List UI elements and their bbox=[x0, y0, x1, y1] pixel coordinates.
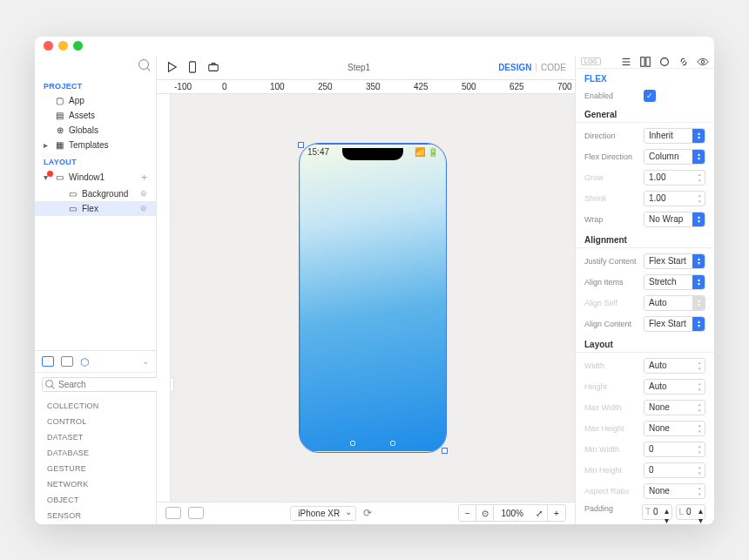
app-icon: ▢ bbox=[55, 96, 64, 105]
chevron-down-icon[interactable]: ⌄ bbox=[142, 356, 149, 367]
inspector-panel: LOG FLEX Enabled ✓ General DirectionInhe… bbox=[575, 56, 714, 524]
templates-icon: ▦ bbox=[55, 140, 64, 150]
zoom-reset-button[interactable]: ⤢ bbox=[530, 505, 548, 521]
zoom-out-button[interactable]: − bbox=[459, 505, 476, 521]
window-icon: ▭ bbox=[55, 172, 64, 182]
grow-input[interactable]: 1.00▴▾ bbox=[644, 170, 705, 186]
aspect-ratio-input[interactable]: None▴▾ bbox=[644, 483, 705, 499]
enabled-checkbox[interactable]: ✓ bbox=[644, 90, 656, 102]
zoom-controls: − ⊙ 100% ⤢ + bbox=[458, 504, 566, 522]
ruler-vertical bbox=[157, 94, 171, 502]
footer-view-2-icon[interactable] bbox=[188, 507, 204, 519]
titlebar bbox=[35, 37, 714, 56]
library-category-gesture[interactable]: GESTURE bbox=[35, 461, 156, 476]
tree-item-templates[interactable]: ▸▦Templates bbox=[35, 138, 156, 152]
direction-select[interactable]: Inherit▴▾ bbox=[644, 128, 705, 144]
max-height-input[interactable]: None▴▾ bbox=[644, 421, 705, 436]
document-title: Step1 bbox=[219, 63, 498, 72]
justify-content-select[interactable]: Flex Start▴▾ bbox=[644, 253, 705, 269]
inspector-title: FLEX bbox=[576, 69, 714, 87]
tab-eye-icon[interactable] bbox=[697, 56, 709, 68]
library-category-dataset[interactable]: DATASET bbox=[35, 429, 156, 445]
flex-direction-select[interactable]: Column▴▾ bbox=[644, 149, 705, 165]
tree-item-flex[interactable]: ▭Flex⊚ bbox=[35, 201, 156, 216]
align-items-select[interactable]: Stretch▴▾ bbox=[644, 274, 705, 290]
home-indicator bbox=[350, 441, 395, 446]
library-category-control[interactable]: CONTROL bbox=[35, 414, 156, 429]
section-layout: LAYOUT bbox=[35, 152, 156, 169]
min-width-input[interactable]: 0▴▾ bbox=[644, 442, 705, 457]
library-category-network[interactable]: NETWORK bbox=[35, 476, 156, 492]
briefcase-icon[interactable] bbox=[207, 61, 219, 73]
maximize-icon[interactable] bbox=[73, 41, 83, 51]
wrap-select[interactable]: No Wrap▴▾ bbox=[644, 212, 705, 227]
library-panel: ⬡ ⌄ COLLECTIONCONTROLDATASETDATABASEGEST… bbox=[35, 350, 156, 524]
play-icon[interactable] bbox=[165, 61, 178, 73]
search-icon[interactable] bbox=[138, 59, 149, 70]
mode-code[interactable]: CODE bbox=[541, 63, 566, 72]
svg-point-4 bbox=[661, 57, 669, 65]
library-tab-rect[interactable] bbox=[61, 356, 73, 367]
tree-item-background[interactable]: ▭Background⊚ bbox=[35, 186, 156, 201]
tree-item-assets[interactable]: ▤Assets bbox=[35, 108, 156, 123]
max-width-input[interactable]: None▴▾ bbox=[644, 400, 705, 415]
library-category-shape[interactable]: SHAPE bbox=[35, 523, 156, 524]
tree-item-window1[interactable]: ▾▭Window1+ bbox=[35, 169, 156, 186]
svg-point-5 bbox=[701, 60, 705, 64]
tab-link-icon[interactable] bbox=[678, 56, 690, 68]
notch bbox=[342, 148, 403, 160]
rect-icon: ▭ bbox=[68, 189, 78, 199]
library-category-sensor[interactable]: SENSOR bbox=[35, 508, 156, 523]
left-panel: PROJECT ▢App▤Assets⊕Globals▸▦Templates L… bbox=[35, 56, 157, 524]
shrink-input[interactable]: 1.00▴▾ bbox=[644, 191, 705, 206]
tree-item-app[interactable]: ▢App bbox=[35, 93, 156, 108]
tab-list-icon[interactable] bbox=[620, 56, 632, 68]
tree-item-globals[interactable]: ⊕Globals bbox=[35, 123, 156, 138]
padding-top-input[interactable]: T0▴▾ bbox=[642, 504, 672, 520]
close-icon[interactable] bbox=[44, 41, 53, 51]
library-category-collection[interactable]: COLLECTION bbox=[35, 398, 156, 414]
library-tab-cube[interactable]: ⬡ bbox=[80, 356, 92, 367]
height-input[interactable]: Auto▴▾ bbox=[644, 379, 705, 395]
zoom-fit-button[interactable]: ⊙ bbox=[476, 505, 494, 521]
align-self-select[interactable]: Auto▴▾ bbox=[644, 295, 705, 311]
svg-rect-3 bbox=[646, 57, 650, 66]
minimize-icon[interactable] bbox=[58, 41, 68, 51]
app-window: PROJECT ▢App▤Assets⊕Globals▸▦Templates L… bbox=[35, 37, 714, 524]
options-icon[interactable]: ⊚ bbox=[140, 189, 147, 198]
zoom-value: 100% bbox=[494, 509, 530, 518]
refresh-icon[interactable]: ⟳ bbox=[363, 507, 372, 519]
min-height-input[interactable]: 0▴▾ bbox=[644, 462, 705, 478]
tab-layout-icon[interactable] bbox=[639, 56, 651, 68]
device-selector[interactable]: iPhone XR bbox=[290, 506, 356, 521]
canvas-area: Step1 DESIGN | CODE -1000100250350425500… bbox=[157, 56, 575, 524]
footer-view-1-icon[interactable] bbox=[165, 507, 181, 519]
svg-rect-1 bbox=[209, 64, 219, 71]
library-search-input[interactable] bbox=[42, 377, 174, 392]
scale-badge[interactable]: LOG bbox=[581, 57, 601, 65]
width-input[interactable]: Auto▴▾ bbox=[644, 358, 705, 374]
mode-design[interactable]: DESIGN bbox=[498, 63, 531, 72]
globals-icon: ⊕ bbox=[55, 125, 64, 135]
chevron-right-icon[interactable]: ▸ bbox=[44, 140, 51, 150]
zoom-in-button[interactable]: + bbox=[548, 505, 565, 521]
library-category-database[interactable]: DATABASE bbox=[35, 445, 156, 461]
assets-icon: ▤ bbox=[55, 111, 64, 120]
options-icon[interactable]: ⊚ bbox=[140, 204, 147, 213]
rect-icon: ▭ bbox=[68, 204, 78, 213]
search-icon bbox=[45, 380, 53, 388]
section-project: PROJECT bbox=[35, 77, 156, 93]
padding-left-input[interactable]: L0▴▾ bbox=[676, 504, 706, 520]
library-tab-phone[interactable] bbox=[42, 356, 54, 367]
svg-rect-2 bbox=[641, 57, 644, 66]
svg-rect-0 bbox=[190, 62, 196, 72]
tab-ring-icon[interactable] bbox=[658, 56, 671, 68]
library-category-object[interactable]: OBJECT bbox=[35, 492, 156, 508]
device-preview[interactable]: 15:47 📶 🔋 bbox=[300, 144, 446, 452]
device-icon[interactable] bbox=[186, 61, 199, 73]
ruler-horizontal: -1000100250350425500625700 bbox=[157, 80, 575, 94]
alert-badge bbox=[47, 171, 53, 177]
align-content-select[interactable]: Flex Start▴▾ bbox=[644, 316, 705, 332]
add-button[interactable]: + bbox=[141, 172, 147, 184]
